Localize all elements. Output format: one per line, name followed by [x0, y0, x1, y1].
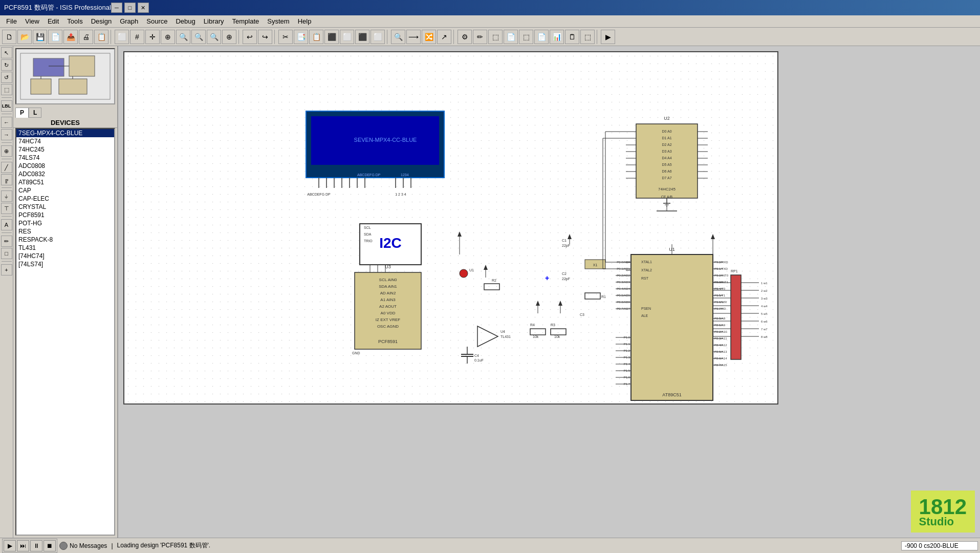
device-item[interactable]: 7SEG-MPX4-CC-BLUE — [16, 129, 114, 137]
cut-button[interactable]: ✂ — [278, 30, 293, 44]
arrow-left-tool[interactable]: ← — [1, 117, 12, 128]
svg-text:IZ EXT VREF: IZ EXT VREF — [376, 317, 400, 322]
device-item[interactable]: TL431 — [16, 244, 114, 252]
zoom-out-button[interactable]: 🔍 — [176, 30, 190, 44]
tab-p[interactable]: P — [15, 108, 29, 118]
toolbar-btn-24[interactable]: ⬚ — [519, 30, 533, 44]
device-item[interactable]: ADC0808 — [16, 162, 114, 170]
device-list[interactable]: 7SEG-MPX4-CC-BLUE74HC7474HC24574LS74ADC0… — [15, 128, 115, 536]
toolbar-btn-7[interactable]: 📋 — [94, 30, 108, 44]
power-tool[interactable]: ⏚ — [1, 190, 12, 202]
open-button[interactable]: 📂 — [17, 30, 32, 44]
minimize-button[interactable]: ─ — [111, 3, 122, 13]
toolbar-btn-21[interactable]: ✏ — [473, 30, 487, 44]
menu-system[interactable]: System — [263, 16, 293, 26]
toolbar-btn-5[interactable]: 📤 — [63, 30, 78, 44]
device-item[interactable]: [74HC74] — [16, 252, 114, 260]
wire-tool[interactable]: ╱ — [1, 162, 12, 173]
bus-tool[interactable]: ╔ — [1, 174, 12, 185]
toolbar-btn-18[interactable]: 🔀 — [422, 30, 436, 44]
save-button[interactable]: 💾 — [33, 30, 47, 44]
tab-l[interactable]: L — [29, 108, 41, 118]
menu-help[interactable]: Help — [294, 16, 316, 26]
undo-button[interactable]: ↩ — [243, 30, 257, 44]
toolbar-btn-13[interactable]: ⬜ — [340, 30, 354, 44]
toolbar-btn-26[interactable]: 📊 — [550, 30, 564, 44]
paste-button[interactable]: 📋 — [309, 30, 323, 44]
menu-tools[interactable]: Tools — [63, 16, 86, 26]
play-button[interactable]: ▶ — [4, 540, 16, 551]
text-tool[interactable]: A — [1, 219, 12, 230]
device-item[interactable]: [74LS74] — [16, 260, 114, 268]
device-item[interactable]: RESPACK-8 — [16, 236, 114, 244]
new-button[interactable]: 🗋 — [2, 30, 16, 44]
svg-text:R3: R3 — [551, 323, 555, 327]
grid-button[interactable]: # — [130, 30, 144, 44]
menu-graph[interactable]: Graph — [116, 16, 142, 26]
toolbar-btn-14[interactable]: ⬛ — [355, 30, 369, 44]
canvas-area[interactable]: SEVEN-MPX4-CC-BLUE ABCDEFG DP 1 2 3 4 AB… — [118, 46, 980, 538]
toolbar-btn-12[interactable]: ⬛ — [324, 30, 339, 44]
close-button[interactable]: ✕ — [138, 3, 149, 13]
menu-design[interactable]: Design — [87, 16, 116, 26]
toolbar-btn-17[interactable]: ⟶ — [406, 30, 421, 44]
device-item[interactable]: RES — [16, 227, 114, 236]
label-tool[interactable]: LBL — [1, 100, 12, 112]
svg-text:RP1: RP1 — [731, 269, 738, 273]
stop-button[interactable]: ⏹ — [43, 540, 56, 551]
svg-text:P3.1/TXD: P3.1/TXD — [714, 267, 728, 270]
menu-template[interactable]: Template — [228, 16, 264, 26]
device-item[interactable]: POT-HG — [16, 219, 114, 227]
toolbar-btn-9[interactable]: ✛ — [145, 30, 160, 44]
vsep6 — [2, 216, 12, 217]
device-item[interactable]: AT89C51 — [16, 178, 114, 186]
component-tool[interactable]: ⊕ — [1, 145, 12, 157]
device-item[interactable]: CAP — [16, 186, 114, 195]
terminal-tool[interactable]: ⊤ — [1, 203, 12, 214]
svg-rect-3 — [31, 79, 51, 94]
tool-4[interactable]: ⬚ — [1, 84, 12, 95]
copy-button[interactable]: 📑 — [294, 30, 308, 44]
toolbar-btn-11[interactable]: ⊕ — [222, 30, 236, 44]
pause-button[interactable]: ⏸ — [30, 540, 42, 551]
toolbar-btn-23[interactable]: 📄 — [504, 30, 518, 44]
toolbar-btn-15[interactable]: ⬜ — [371, 30, 385, 44]
select-tool[interactable]: ↖ — [1, 47, 12, 58]
step-play-button[interactable]: ⏭ — [17, 540, 29, 551]
draw-tool[interactable]: ✏ — [1, 236, 12, 247]
toolbar-btn-16[interactable]: 🔍 — [391, 30, 405, 44]
plus-tool[interactable]: + — [1, 264, 12, 275]
menu-debug[interactable]: Debug — [171, 16, 199, 26]
maximize-button[interactable]: □ — [124, 3, 136, 13]
menu-library[interactable]: Library — [200, 16, 228, 26]
arrow-right-tool[interactable]: → — [1, 129, 12, 140]
device-item[interactable]: 74HC245 — [16, 145, 114, 154]
print-button[interactable]: 🖨 — [79, 30, 93, 44]
toolbar-btn-28[interactable]: ⬚ — [580, 30, 595, 44]
menu-view[interactable]: View — [21, 16, 43, 26]
device-item[interactable]: ADC0832 — [16, 170, 114, 178]
redo-button[interactable]: ↪ — [258, 30, 272, 44]
device-item[interactable]: CAP-ELEC — [16, 195, 114, 203]
zoom-in-button[interactable]: 🔍 — [207, 30, 221, 44]
toolbar-btn-25[interactable]: 📄 — [534, 30, 549, 44]
toolbar-btn-4[interactable]: 📄 — [48, 30, 62, 44]
menu-edit[interactable]: Edit — [43, 16, 63, 26]
device-item[interactable]: 74HC74 — [16, 137, 114, 145]
toolbar-btn-8[interactable]: ⬜ — [115, 30, 129, 44]
rotate-cw-button[interactable]: ↻ — [1, 59, 12, 71]
toolbar-btn-10[interactable]: ⊕ — [161, 30, 175, 44]
device-item[interactable]: CRYSTAL — [16, 203, 114, 211]
toolbar-btn-29[interactable]: ▶ — [601, 30, 615, 44]
toolbar-btn-22[interactable]: ⬚ — [488, 30, 503, 44]
rect-tool[interactable]: □ — [1, 248, 12, 259]
rotate-ccw-button[interactable]: ↺ — [1, 72, 12, 83]
menu-source[interactable]: Source — [142, 16, 171, 26]
toolbar-btn-27[interactable]: 🗒 — [565, 30, 579, 44]
menu-file[interactable]: File — [2, 16, 21, 26]
zoom-reset-button[interactable]: 🔍 — [191, 30, 206, 44]
device-item[interactable]: PCF8591 — [16, 211, 114, 219]
toolbar-btn-20[interactable]: ⚙ — [458, 30, 472, 44]
device-item[interactable]: 74LS74 — [16, 154, 114, 162]
toolbar-btn-19[interactable]: ↗ — [437, 30, 451, 44]
